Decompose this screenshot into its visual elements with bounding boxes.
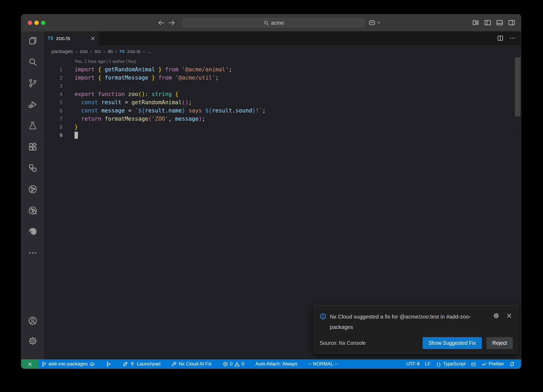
code-token: const [81, 107, 101, 114]
code-token: message [101, 107, 125, 114]
breadcrumb-item-file[interactable]: zoo.ts [127, 49, 141, 54]
code-content: import { formatMessage } from '@acme/uti… [75, 75, 219, 81]
code-token [75, 99, 81, 106]
status-item-auto-attach[interactable]: Auto Attach: Always [253, 359, 300, 369]
vim-mode-label: -- NORMAL -- [308, 361, 338, 367]
status-item-copilot-status[interactable] [468, 359, 479, 369]
activity-item-account[interactable] [26, 314, 39, 327]
breadcrumb-item-src[interactable]: src [94, 49, 101, 54]
status-item-encoding[interactable]: UTF-8 [404, 359, 422, 369]
activity-item-run-debug[interactable] [26, 98, 39, 111]
notification-gear-icon[interactable] [493, 313, 499, 319]
source-control-icon [28, 79, 37, 88]
sidebar-left-icon[interactable] [484, 19, 491, 26]
formatter-label: Prettier [489, 361, 504, 367]
launchpad-label: Launchpad [137, 361, 160, 367]
activity-item-linked-editors[interactable] [26, 161, 39, 175]
code-line-6[interactable]: 6 const message = `${result.name} says $… [44, 106, 521, 115]
window-close-button[interactable] [28, 21, 32, 25]
code-token: zoo [128, 91, 138, 97]
activity-item-search[interactable] [26, 55, 39, 68]
window-minimize-button[interactable] [34, 21, 39, 25]
testing-icon [28, 121, 37, 130]
tab-zoo-ts[interactable]: TS zoo.ts [44, 31, 99, 45]
more-actions-icon[interactable] [509, 35, 516, 41]
activity-item-extensions[interactable] [26, 140, 39, 153]
code-line-4[interactable]: 4export function zoo(): string { [44, 90, 521, 98]
code-token: name [168, 107, 182, 114]
code-token: return [81, 116, 105, 122]
code-token: getRandomAnimal [105, 66, 155, 73]
code-token: says [185, 107, 205, 114]
status-item-git-graph[interactable] [103, 359, 114, 369]
status-item-vim-mode[interactable]: -- NORMAL -- [306, 359, 340, 369]
wrench-icon [172, 361, 177, 367]
status-item-language[interactable]: {}TypeScript [433, 359, 468, 369]
panel-bottom-icon[interactable] [496, 19, 503, 26]
activity-item-more[interactable] [26, 246, 39, 259]
breadcrumb-overflow[interactable]: ... [147, 49, 151, 54]
code-line-9[interactable]: 9 [44, 131, 521, 139]
code-token: formatMessage [105, 116, 148, 122]
activity-item-nx-console[interactable] [26, 182, 39, 196]
status-item-problems[interactable]: 00 [220, 359, 247, 369]
sidebar-right-icon[interactable] [508, 19, 515, 26]
code-token: } [148, 75, 155, 81]
status-item-notifications-bell[interactable] [507, 359, 517, 369]
code-line-7[interactable]: 7 return formatMessage('ZOO', message); [44, 115, 521, 123]
code-token: : [145, 91, 152, 97]
breadcrumb-item-lib[interactable]: lib [108, 49, 113, 54]
bell-dot-icon [509, 361, 515, 367]
split-editor-icon[interactable] [497, 35, 503, 41]
reject-button[interactable]: Reject [487, 337, 513, 349]
code-line-1[interactable]: 1import { getRandomAnimal } from '@acme/… [44, 65, 521, 73]
activity-item-testing[interactable] [26, 119, 39, 132]
code-token: ; [189, 99, 192, 106]
forward-arrow-icon[interactable] [168, 19, 176, 27]
status-bar-left: add-zoo-packagesLaunchpadNx Cloud AI Fix… [39, 359, 340, 369]
window-maximize-button[interactable] [41, 21, 45, 25]
show-suggested-fix-button[interactable]: Show Suggested Fix [423, 337, 482, 349]
notification-close-icon[interactable] [506, 313, 512, 319]
line-number: 7 [44, 116, 63, 122]
status-item-nx-cloud-ai-fix[interactable]: Nx Cloud AI Fix [169, 359, 214, 369]
activity-item-nx-cloud[interactable] [26, 204, 39, 217]
info-icon [320, 313, 326, 320]
code-line-8[interactable]: 8} [44, 123, 521, 131]
code-token: } [75, 124, 78, 130]
tab-close-icon[interactable] [90, 36, 95, 41]
codelens-blame[interactable]: You, 1 hour ago | 1 author (You) [44, 57, 521, 65]
editor-scrollbar[interactable] [515, 57, 520, 116]
status-item-launchpad[interactable]: Launchpad [120, 359, 163, 369]
status-item-eol[interactable]: LF [422, 359, 433, 369]
code-token: '@acme/util' [175, 75, 215, 81]
code-token: ; [229, 66, 232, 73]
code-line-2[interactable]: 2import { formatMessage } from '@acme/ut… [44, 73, 521, 82]
breadcrumb-item-zoo[interactable]: zoo [80, 49, 88, 54]
code-token: import [75, 75, 98, 81]
code-token: } [252, 107, 256, 114]
activity-item-explorer[interactable] [26, 34, 39, 47]
code-token: , [168, 116, 175, 122]
status-item-formatter[interactable]: Prettier [479, 359, 507, 369]
code-token: = [121, 99, 132, 106]
code-line-5[interactable]: 5 const result = getRandomAnimal(); [44, 98, 521, 106]
rocket-icon [122, 361, 128, 367]
code-token: sound [235, 107, 252, 114]
code-token: '@acme/animal' [182, 66, 229, 73]
activity-item-edge-browser[interactable] [26, 225, 39, 238]
code-content: const result = getRandomAnimal(); [75, 99, 192, 106]
breadcrumb-separator-icon: › [103, 48, 105, 54]
breadcrumb-item-packages[interactable]: packages [51, 49, 73, 54]
code-line-3[interactable]: 3 [44, 82, 521, 90]
remote-indicator[interactable] [21, 359, 39, 369]
search-icon [28, 57, 37, 67]
layout-customize-icon[interactable] [472, 19, 479, 26]
nx-console-icon [28, 185, 37, 194]
back-arrow-icon[interactable] [157, 19, 165, 27]
status-item-branch[interactable]: add-zoo-packages [39, 359, 98, 369]
command-center-search[interactable]: acme [183, 18, 365, 28]
copilot-menu[interactable] [369, 19, 381, 26]
activity-item-settings-gear[interactable] [26, 334, 39, 347]
activity-item-source-control[interactable] [26, 76, 39, 90]
